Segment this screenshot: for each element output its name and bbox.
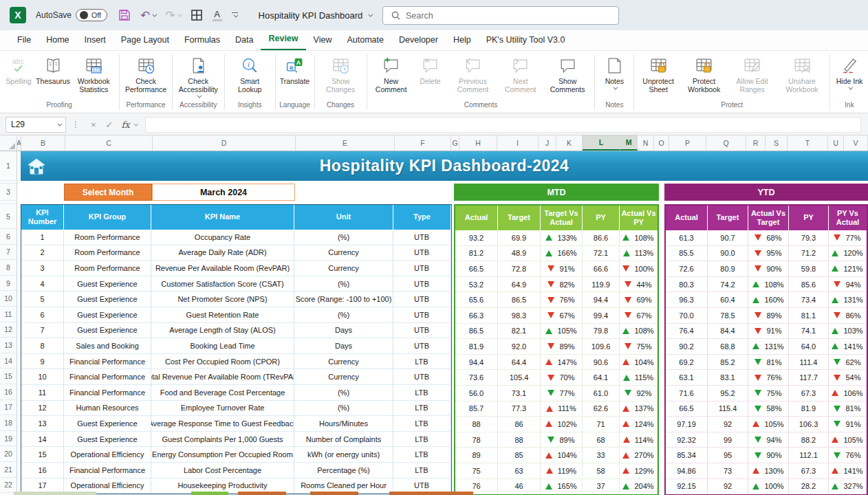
cell-ytd-actual-vs-target[interactable]: 75%: [748, 386, 789, 402]
cell-mtd-py[interactable]: 33: [583, 448, 620, 463]
cell-unit[interactable]: Days: [294, 323, 393, 339]
cell-mtd-target-vs-actual[interactable]: 89%: [541, 339, 583, 355]
cell-mtd-actual[interactable]: 53.2: [455, 277, 498, 293]
selected-month-value[interactable]: March 2024: [152, 184, 295, 201]
cell-kpi-name[interactable]: Average Daily Rate (ADR): [151, 245, 294, 261]
cell-kpi-number[interactable]: 4: [21, 276, 64, 292]
row-header-3[interactable]: 3: [0, 184, 17, 201]
autosave-control[interactable]: AutoSave Off: [36, 9, 107, 21]
cell-mtd-actual-vs-py[interactable]: 204%: [620, 479, 658, 495]
cell-ytd-target[interactable]: 92: [708, 479, 748, 495]
cell-mtd-target-vs-actual[interactable]: 166%: [541, 246, 583, 262]
cell-kpi-number[interactable]: 10: [21, 369, 64, 385]
cell-kpi-name[interactable]: Booking Lead Time: [151, 338, 294, 354]
cell-kpi-name[interactable]: Labor Cost Percentage: [151, 463, 294, 478]
cell-mtd-target[interactable]: 48.9: [498, 246, 541, 262]
cell-mtd-actual-vs-py[interactable]: 114%: [620, 432, 658, 448]
menu-file[interactable]: File: [10, 31, 39, 50]
header-actual[interactable]: Actual: [455, 206, 498, 230]
cell-mtd-actual[interactable]: 75: [455, 463, 498, 479]
cell-kpi-group[interactable]: Guest Experience: [64, 432, 151, 448]
cell-mtd-target-vs-actual[interactable]: 91%: [541, 261, 583, 277]
cell-mtd-actual[interactable]: 94.4: [455, 355, 498, 371]
cell-ytd-py[interactable]: 73.4: [789, 292, 829, 308]
cell-mtd-target-vs-actual[interactable]: 89%: [541, 432, 583, 448]
excel-app-icon[interactable]: X: [10, 7, 26, 23]
cell-ytd-actual-vs-target[interactable]: 90%: [748, 448, 789, 463]
cell-ytd-target[interactable]: 84.4: [708, 324, 748, 340]
column-header-g[interactable]: G: [451, 135, 459, 151]
cell-kpi-group[interactable]: Guest Experience: [64, 416, 151, 432]
column-header-k[interactable]: K: [556, 135, 583, 151]
cell-unit[interactable]: Number of Complaints: [294, 432, 393, 448]
menu-view[interactable]: View: [306, 31, 340, 50]
cell-mtd-py[interactable]: 94.4: [583, 292, 620, 308]
menu-review[interactable]: Review: [261, 30, 305, 50]
cell-ytd-actual[interactable]: 70.0: [666, 308, 708, 324]
autosave-toggle[interactable]: Off: [76, 9, 107, 21]
cell-mtd-actual-vs-py[interactable]: 104%: [620, 355, 658, 371]
cell-mtd-target-vs-actual[interactable]: 76%: [541, 292, 583, 308]
column-header-l[interactable]: L: [583, 135, 620, 151]
column-header-c[interactable]: C: [65, 135, 153, 151]
cell-unit[interactable]: Currency: [294, 261, 393, 276]
cell-ytd-py-vs-actual[interactable]: 105%: [829, 432, 867, 448]
cell-ytd-py-vs-actual[interactable]: 131%: [829, 292, 867, 308]
cell-ytd-actual-vs-target[interactable]: 90%: [748, 261, 789, 277]
unprotect-sheet-button[interactable]: Unprotect Sheet: [636, 54, 680, 95]
cell-ytd-py-vs-actual[interactable]: 76%: [829, 448, 867, 463]
cell-type[interactable]: LTB: [393, 416, 451, 432]
cell-ytd-py-vs-actual[interactable]: 103%: [829, 324, 867, 340]
cell-kpi-number[interactable]: 13: [21, 416, 64, 432]
cell-type[interactable]: UTB: [393, 261, 451, 276]
cell-ytd-target[interactable]: 83.1: [708, 370, 748, 386]
row-header-1[interactable]: 1: [0, 151, 17, 181]
undo-icon[interactable]: ↶: [140, 8, 155, 23]
row-header-7[interactable]: 7: [0, 245, 17, 261]
cell-kpi-number[interactable]: 7: [21, 323, 64, 339]
row-header-11[interactable]: 11: [0, 307, 17, 322]
cell-ytd-actual-vs-target[interactable]: 131%: [748, 339, 789, 355]
insert-function-icon[interactable]: fx: [122, 120, 130, 130]
cell-ytd-actual-vs-target[interactable]: 100%: [748, 479, 789, 495]
cell-ytd-target[interactable]: 90.0: [708, 246, 748, 262]
cell-ytd-target[interactable]: 73: [708, 463, 748, 479]
document-title[interactable]: Hospitality KPI Dashboard: [259, 10, 372, 21]
header-py[interactable]: PY: [583, 206, 620, 230]
cell-ytd-py[interactable]: 88.2: [789, 432, 829, 448]
cell-mtd-actual-vs-py[interactable]: 44%: [620, 277, 658, 293]
cell-kpi-name[interactable]: Net Promoter Score (NPS): [151, 292, 294, 307]
cell-mtd-target[interactable]: 63: [498, 463, 541, 479]
cell-mtd-actual-vs-py[interactable]: 270%: [620, 448, 658, 463]
cell-kpi-number[interactable]: 2: [21, 245, 64, 261]
cell-unit[interactable]: (%): [294, 307, 393, 323]
cell-mtd-target-vs-actual[interactable]: 165%: [541, 479, 583, 495]
cell-mtd-target[interactable]: 73.1: [498, 386, 541, 402]
cell-type[interactable]: LTB: [393, 447, 451, 463]
cell-mtd-py[interactable]: 72.1: [583, 246, 620, 262]
cell-mtd-py[interactable]: 64.1: [583, 370, 620, 386]
cell-ytd-actual-vs-target[interactable]: 160%: [748, 292, 789, 308]
row-header-21[interactable]: 21: [0, 462, 17, 478]
menu-help[interactable]: Help: [446, 31, 479, 50]
column-header-q[interactable]: Q: [706, 135, 746, 151]
cell-kpi-number[interactable]: 14: [21, 432, 64, 448]
cell-type[interactable]: UTB: [393, 292, 451, 307]
header-actual-vs-py[interactable]: Actual Vs PY: [620, 206, 658, 230]
cell-ytd-py[interactable]: 64.0: [789, 339, 829, 355]
cell-mtd-target[interactable]: 69.9: [498, 230, 541, 246]
cell-mtd-target[interactable]: 86: [498, 417, 541, 432]
cell-mtd-actual[interactable]: 85.7: [455, 402, 498, 417]
cell-mtd-actual[interactable]: 88: [455, 417, 498, 432]
cell-kpi-number[interactable]: 11: [21, 385, 64, 401]
cell-mtd-py[interactable]: 119.9: [583, 277, 620, 293]
cell-kpi-number[interactable]: 5: [21, 292, 64, 307]
header-unit[interactable]: Unit: [294, 205, 393, 230]
smart-lookup-button[interactable]: iSmart Lookup: [227, 54, 273, 95]
row-header-15[interactable]: 15: [0, 368, 17, 384]
cell-mtd-actual-vs-py[interactable]: 69%: [620, 292, 658, 308]
cell-ytd-py[interactable]: 28.2: [789, 479, 829, 495]
cell-mtd-target[interactable]: 85: [498, 448, 541, 463]
cell-kpi-number[interactable]: 6: [21, 307, 64, 323]
cell-unit[interactable]: (%): [294, 230, 393, 245]
